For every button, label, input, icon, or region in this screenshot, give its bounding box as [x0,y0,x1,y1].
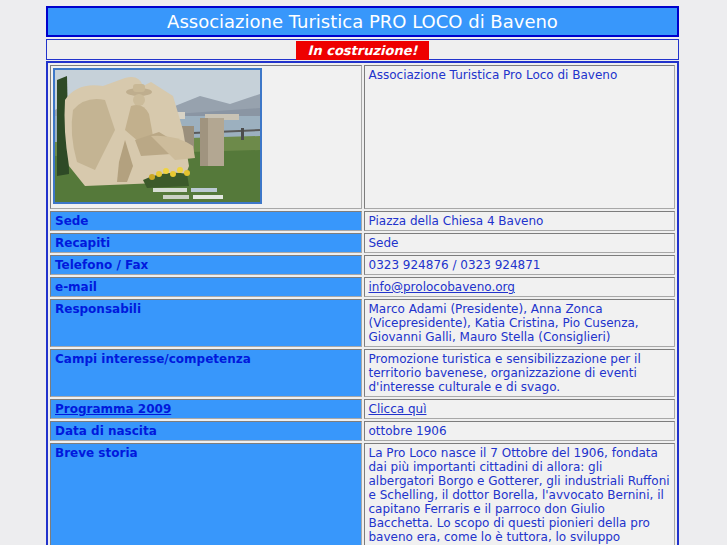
construction-badge: In costruzione! [296,41,430,60]
row-label-email: e-mail [50,277,362,297]
table-row: e-mail info@prolocobaveno.org [50,277,675,297]
row-value-breve-storia: La Pro Loco nasce il 7 Ottobre del 1906,… [364,443,676,545]
email-link[interactable]: info@prolocobaveno.org [369,280,515,294]
programma-2009-link[interactable]: Programma 2009 [55,402,171,416]
row-value-recapiti: Sede [364,233,676,253]
row-label-responsabili: Responsabili [50,299,362,347]
statue-photo-illustration [55,70,260,202]
info-table: Associazione Turistica Pro Loco di Baven… [46,61,679,545]
table-row: Sede Piazza della Chiesa 4 Baveno [50,211,675,231]
row-label-recapiti: Recapiti [50,233,362,253]
table-row: Campi interesse/competenza Promozione tu… [50,349,675,397]
table-row: Breve storia La Pro Loco nasce il 7 Otto… [50,443,675,545]
page-title: Associazione Turistica PRO LOCO di Baven… [46,6,679,37]
association-name-cell: Associazione Turistica Pro Loco di Baven… [364,65,676,209]
row-value-email: info@prolocobaveno.org [364,277,676,297]
table-row: Telefono / Fax 0323 924876 / 0323 924871 [50,255,675,275]
photo-cell [50,65,362,209]
clicca-qui-link[interactable]: Clicca quì [369,402,427,416]
table-row: Programma 2009 Clicca quì [50,399,675,419]
table-row: Responsabili Marco Adami (Presidente), A… [50,299,675,347]
row-label-programma-2009: Programma 2009 [50,399,362,419]
table-row: Data di nascita ottobre 1906 [50,421,675,441]
table-row: Associazione Turistica Pro Loco di Baven… [50,65,675,209]
row-label-data-di-nascita: Data di nascita [50,421,362,441]
row-value-data-di-nascita: ottobre 1906 [364,421,676,441]
row-label-campi-interesse: Campi interesse/competenza [50,349,362,397]
table-row: Recapiti Sede [50,233,675,253]
row-value-sede: Piazza della Chiesa 4 Baveno [364,211,676,231]
page-container: Associazione Turistica PRO LOCO di Baven… [46,6,679,545]
row-label-sede: Sede [50,211,362,231]
row-value-telefono-fax: 0323 924876 / 0323 924871 [364,255,676,275]
row-value-programma-2009: Clicca quì [364,399,676,419]
row-label-telefono-fax: Telefono / Fax [50,255,362,275]
row-value-campi-interesse: Promozione turistica e sensibilizzazione… [364,349,676,397]
row-value-responsabili: Marco Adami (Presidente), Anna Zonca (Vi… [364,299,676,347]
statue-lakefront-photo [53,68,262,204]
row-label-breve-storia: Breve storia [50,443,362,545]
construction-banner-row: In costruzione! [46,39,679,60]
